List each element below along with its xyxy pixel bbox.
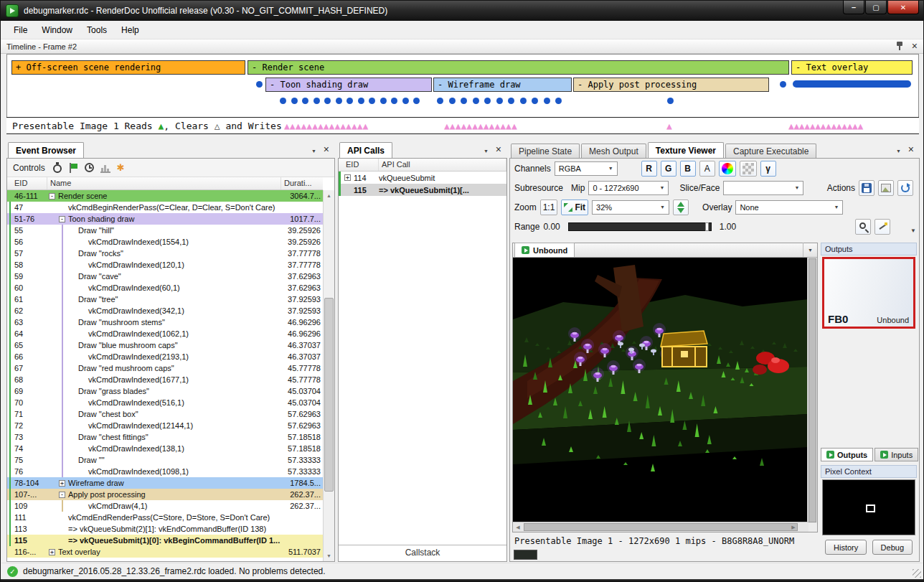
api-call-row[interactable]: +114vkQueueSubmit [339,172,506,184]
event-row[interactable]: 56vkCmdDrawIndexed(1554,1)39.25926 [7,236,323,248]
tab-api-calls[interactable]: API Calls [339,142,392,158]
background-pattern-button[interactable] [740,161,757,177]
event-row[interactable]: 68vkCmdDrawIndexed(1677,1)45.77778 [7,374,323,385]
color-wheel-button[interactable] [719,161,736,177]
chevron-down-icon[interactable] [896,145,901,155]
event-row[interactable]: 60vkCmdDrawIndexed(60,1)37.62963 [7,282,323,294]
timer-icon[interactable] [53,164,62,173]
stats-icon[interactable] [100,163,110,173]
event-row[interactable]: 47vkCmdBeginRenderPass(C=Clear, D=Clear,… [7,202,323,213]
pin-icon[interactable] [896,42,903,51]
expander-icon[interactable]: - [59,492,65,498]
close-icon[interactable] [496,145,501,155]
event-row[interactable]: 64vkCmdDrawIndexed(1062,1)46.96296 [7,328,323,339]
timeline-bar--text-overlay[interactable]: - Text overlay [791,60,913,75]
autofit-range-button[interactable] [874,219,890,235]
resize-grip[interactable] [913,569,921,578]
event-row[interactable]: 72vkCmdDrawIndexed(12144,1)57.62963 [7,420,323,431]
scroll-up-icon[interactable] [324,190,334,201]
event-row[interactable]: 67Draw "red mushroom caps"45.77778 [7,362,323,374]
zoom-select[interactable]: 32%▼ [592,200,669,215]
event-row[interactable]: 107-...-Apply post processing262.37... [7,489,323,500]
event-row[interactable]: 75Draw ""57.33333 [7,454,323,466]
event-row[interactable]: 71Draw "chest box"57.62963 [7,408,323,420]
event-row[interactable]: 111vkCmdEndRenderPass(C=Store, D=Store, … [7,512,323,523]
debug-button[interactable]: Debug [872,540,913,555]
alpha-channel-button[interactable]: A [699,161,715,177]
tab-event-browser[interactable]: Event Browser [8,142,84,158]
red-channel-button[interactable]: R [641,161,657,177]
zoom-1-1-button[interactable]: 1:1 [540,200,558,215]
save-texture-button[interactable] [859,180,874,196]
texture-vertical-scrollbar[interactable] [807,258,817,523]
tab-inputs[interactable]: Inputs [874,448,918,461]
callstack-splitter[interactable] [339,545,506,545]
scroll-thumb[interactable] [808,258,816,522]
minimize-button[interactable] [843,1,864,14]
scroll-left-icon[interactable]: ◀ [513,522,523,532]
expander-icon[interactable]: - [49,193,55,200]
pixel-context-view[interactable] [822,479,915,535]
event-row[interactable]: 66vkCmdDrawIndexed(2193,1)46.37037 [7,351,323,362]
chevron-down-icon[interactable] [311,145,316,155]
range-handle[interactable] [705,222,709,231]
open-image-button[interactable] [878,180,894,196]
blue-channel-button[interactable]: B [680,161,696,177]
close-icon[interactable] [324,145,329,155]
event-row[interactable]: 113=> vkQueueSubmit(2)[1]: vkEndCommandB… [7,523,323,535]
column-eid[interactable]: EID [7,177,47,189]
fit-button[interactable]: Fit [561,200,588,215]
timeline-bar--off-screen-scene-rendering[interactable]: + Off-screen scene rendering [11,60,245,75]
scroll-right-icon[interactable]: ▶ [788,522,798,532]
column-name[interactable]: Name [47,177,281,189]
event-row[interactable]: 109vkCmdDraw(4,1)262.37... [7,500,323,512]
event-row[interactable]: 76vkCmdDrawIndexed(1098,1)57.33333 [7,466,323,477]
tab-pipeline-state[interactable]: Pipeline State [511,144,580,158]
scroll-thumb[interactable] [524,523,798,531]
texture-tab-dropdown-icon[interactable]: ▼ [803,243,817,257]
toolbar-overflow-icon[interactable]: ▼ [910,227,916,234]
gamma-button[interactable]: γ [760,161,776,177]
event-row[interactable]: 63Draw "mushroom stems"46.96296 [7,316,323,328]
tab-texture-viewer[interactable]: Texture Viewer [648,142,724,158]
flag-icon[interactable] [68,163,78,173]
clock-icon[interactable] [85,163,94,172]
event-row[interactable]: 78-104+Wireframe draw1784.5... [7,477,323,489]
column-api-call[interactable]: API Call [379,159,506,171]
event-row[interactable]: 57Draw "rocks"37.77778 [7,248,323,259]
event-row[interactable]: 116-...+Text overlay511.7037 [7,546,323,558]
column-eid[interactable]: EID [339,159,379,171]
event-row[interactable]: 65Draw "blue mushroom caps"46.37037 [7,339,323,351]
refresh-button[interactable] [897,180,913,196]
range-slider[interactable] [568,222,712,231]
event-row[interactable]: 62vkCmdDrawIndexed(342,1)37.92593 [7,305,323,316]
tab-capture-executable[interactable]: Capture Executable [725,144,816,158]
event-row[interactable]: 59Draw "cave"37.62963 [7,271,323,282]
titlebar[interactable]: debugmarker.rdc - RenderDoc Unofficial r… [1,1,923,21]
close-button[interactable] [887,1,919,14]
bookmark-icon[interactable] [117,163,127,173]
timeline-bar--apply-post-processing[interactable]: - Apply post processing [573,78,769,92]
menu-tools[interactable]: Tools [80,22,114,38]
tab-unbound-texture[interactable]: Unbound [514,243,575,257]
event-row[interactable]: 73Draw "chest fittings"57.18518 [7,431,323,443]
event-row[interactable]: 61Draw "tree"37.92593 [7,294,323,305]
timeline-canvas[interactable]: Presentable Image 1 Reads ▲, Clears △ an… [6,54,919,134]
menu-file[interactable]: File [6,22,34,38]
mip-select[interactable]: 0 - 1272x690▼ [588,181,669,195]
event-row[interactable]: 46-111-Render scene3064.7... [7,190,323,202]
channels-select[interactable]: RGBA▼ [555,161,618,176]
timeline-bar--toon-shading-draw[interactable]: - Toon shading draw [265,78,432,92]
timeline-titlebar[interactable]: Timeline - Frame #2 [1,39,923,54]
event-browser-scrollbar[interactable] [323,190,334,561]
green-channel-button[interactable]: G [661,161,676,177]
texture-horizontal-scrollbar[interactable]: ◀ ▶ [513,522,808,532]
event-row[interactable]: 115=> vkQueueSubmit(1)[0]: vkBeginComman… [7,535,323,546]
output-thumbnail-fb0[interactable]: FB0 Unbound [822,257,915,329]
expander-icon[interactable]: - [59,216,65,222]
event-row[interactable]: 58vkCmdDrawIndexed(120,1)37.77778 [7,259,323,271]
event-row[interactable]: 70vkCmdDrawIndexed(516,1)45.03704 [7,397,323,408]
menu-window[interactable]: Window [34,22,80,38]
maximize-button[interactable] [865,1,887,14]
event-row[interactable]: 51-76-Toon shading draw1017.7... [7,213,323,225]
